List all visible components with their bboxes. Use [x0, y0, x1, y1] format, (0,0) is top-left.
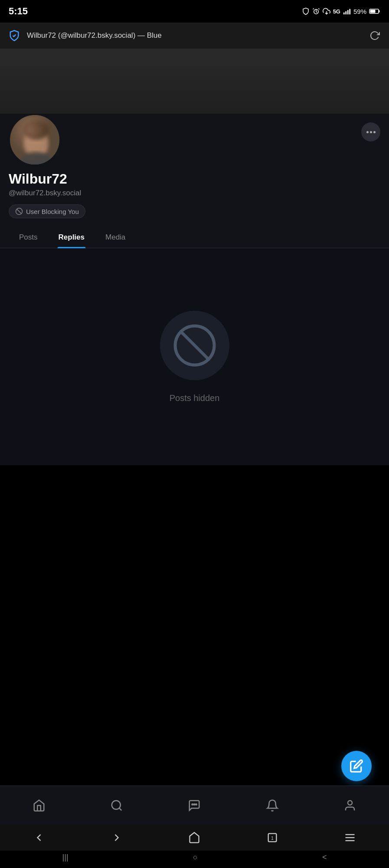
svg-line-14 — [17, 209, 22, 214]
svg-rect-7 — [379, 10, 380, 13]
android-forward-button[interactable] — [106, 829, 127, 846]
dot-3 — [373, 131, 376, 133]
profile-header — [9, 114, 380, 166]
status-time: 5:15 — [9, 6, 28, 17]
svg-line-18 — [119, 808, 121, 810]
main-content: Posts hidden — [0, 248, 389, 465]
tab-posts[interactable]: Posts — [9, 227, 48, 248]
blocking-badge: User Blocking You — [9, 204, 85, 218]
svg-rect-3 — [345, 11, 347, 14]
tab-media[interactable]: Media — [95, 227, 136, 248]
gesture-bar: ||| ○ < — [0, 851, 389, 864]
more-options-button[interactable] — [361, 122, 380, 141]
svg-point-21 — [196, 804, 197, 805]
block-icon — [15, 207, 23, 215]
download-icon — [323, 7, 330, 15]
tab-replies[interactable]: Replies — [48, 227, 95, 248]
svg-point-9 — [10, 115, 61, 166]
svg-point-17 — [112, 800, 121, 809]
svg-rect-2 — [343, 13, 345, 15]
profile-section: Wilbur72 @wilbur72.bsky.social User Bloc… — [0, 114, 389, 248]
blocked-icon-wrapper — [160, 311, 229, 380]
android-nav: 1 — [0, 825, 389, 851]
profile-tabs: Posts Replies Media — [0, 227, 389, 248]
gesture-lines: ||| — [62, 853, 69, 862]
reload-button[interactable] — [367, 28, 382, 43]
svg-point-20 — [194, 804, 195, 805]
dot-2 — [370, 131, 372, 133]
svg-rect-4 — [347, 10, 349, 14]
battery-icon — [369, 8, 380, 14]
profile-display-name: Wilbur72 — [9, 171, 380, 187]
bell-icon — [266, 799, 279, 812]
compose-fab[interactable] — [341, 751, 372, 781]
android-home-button[interactable] — [183, 829, 205, 846]
avatar-container — [9, 114, 380, 166]
signal-bars-icon — [343, 8, 351, 15]
browser-shield-icon — [7, 28, 22, 43]
nav-messages[interactable] — [181, 792, 207, 819]
posts-hidden-label: Posts hidden — [170, 393, 220, 403]
home-icon — [33, 799, 46, 812]
nav-profile[interactable] — [337, 792, 363, 819]
browser-url[interactable]: Wilbur72 (@wilbur72.bsky.social) — Blue — [27, 31, 362, 40]
gesture-chevron: < — [322, 853, 327, 862]
nav-home[interactable] — [26, 792, 52, 819]
status-icons: 5G 59% — [302, 7, 380, 15]
svg-point-22 — [348, 800, 352, 805]
profile-handle: @wilbur72.bsky.social — [9, 189, 380, 197]
svg-point-11 — [23, 121, 49, 140]
battery-percentage: 59% — [353, 8, 366, 15]
bottom-nav — [0, 786, 389, 825]
android-tabs-button[interactable]: 1 — [262, 829, 283, 846]
more-dots — [366, 131, 376, 133]
svg-rect-8 — [370, 10, 376, 13]
search-icon — [110, 799, 123, 812]
android-menu-button[interactable] — [339, 829, 361, 846]
browser-bar: Wilbur72 (@wilbur72.bsky.social) — Blue — [0, 23, 389, 49]
avatar — [9, 114, 61, 166]
svg-text:1: 1 — [271, 835, 274, 841]
svg-line-16 — [181, 332, 209, 359]
svg-point-10 — [24, 128, 48, 158]
svg-point-19 — [192, 804, 193, 805]
chat-icon — [188, 799, 201, 812]
nav-notifications[interactable] — [259, 792, 285, 819]
no-entry-icon — [173, 324, 216, 367]
person-icon — [343, 799, 356, 812]
shield-icon — [302, 7, 310, 15]
android-back-button[interactable] — [28, 829, 50, 846]
nav-search[interactable] — [104, 792, 130, 819]
status-bar: 5:15 5G 59% — [0, 0, 389, 23]
dot-1 — [366, 131, 369, 133]
alarm-icon — [312, 7, 320, 15]
blocking-badge-text: User Blocking You — [26, 208, 79, 215]
svg-point-12 — [21, 152, 51, 166]
gesture-circle: ○ — [193, 853, 198, 862]
svg-rect-5 — [349, 9, 350, 15]
compose-icon — [350, 759, 363, 773]
signal-indicator: 5G — [333, 8, 340, 15]
